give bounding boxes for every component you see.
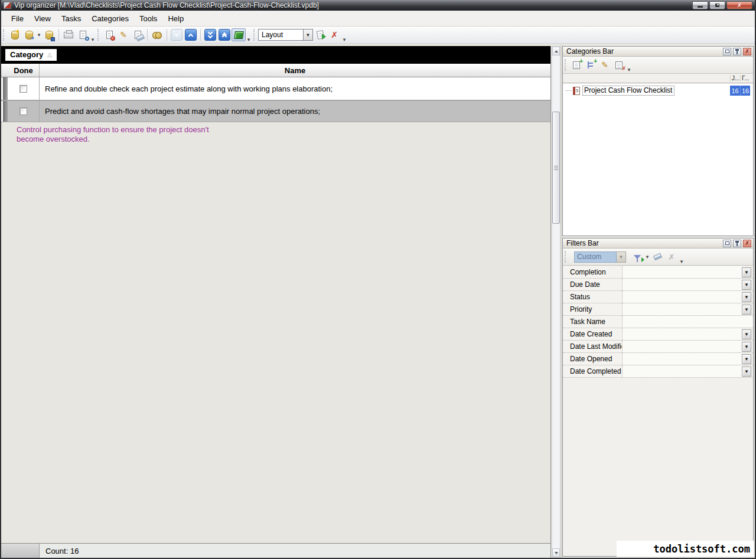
print-preview-icon[interactable] [76, 28, 90, 41]
filter-dropdown-button[interactable]: ▼ [742, 367, 751, 377]
filter-dropdown-button[interactable]: ▼ [742, 267, 751, 277]
filter-dropdown-button[interactable]: ▼ [742, 305, 751, 315]
filters-pin-button[interactable] [733, 240, 741, 247]
scrollbar-thumb[interactable] [552, 112, 560, 224]
filter-value-field[interactable] [623, 316, 753, 328]
print-icon[interactable] [61, 28, 76, 41]
filters-bar-title: Filters Bar [566, 239, 723, 247]
categories-count-column-2[interactable]: Г... [740, 75, 750, 81]
filter-value-field[interactable] [623, 303, 742, 315]
delete-category-icon[interactable]: ✗ [612, 59, 626, 71]
menu-item-categories[interactable]: Categories [86, 12, 134, 25]
add-subcategory-icon[interactable]: + [584, 59, 598, 71]
category-tree-item[interactable]: Project Cash Flow Checklist 16 16 [563, 85, 753, 96]
layout-dropdown-icon[interactable]: ▾ [341, 37, 347, 43]
filter-value-field[interactable] [623, 341, 742, 352]
menu-item-tools[interactable]: Tools [134, 12, 162, 25]
view-dropdown-icon[interactable]: ▾ [246, 37, 252, 43]
category-group-label: Category [10, 50, 43, 59]
menu-item-view[interactable]: View [29, 12, 56, 25]
filters-restore-button[interactable] [723, 240, 731, 247]
categories-pin-button[interactable] [733, 48, 741, 55]
close-button[interactable]: ✗ [726, 1, 752, 9]
task-row[interactable]: Predict and avoid cash-flow shortages th… [1, 101, 550, 122]
apply-filter-icon[interactable] [630, 251, 644, 263]
categories-bar-titlebar: Categories Bar ✗ [563, 47, 753, 57]
filter-dropdown-button[interactable]: ▼ [742, 354, 751, 364]
move-up-icon[interactable] [184, 28, 198, 41]
add-category-icon[interactable]: + [569, 59, 584, 71]
pin-icon [735, 49, 739, 54]
filter-value-field[interactable] [623, 353, 742, 365]
collapse-all-icon[interactable] [217, 28, 232, 41]
filter-preset-dropdown-icon[interactable]: ▼ [617, 251, 626, 263]
scroll-up-button[interactable] [552, 47, 560, 55]
layout-select-dropdown-icon[interactable]: ▼ [303, 29, 313, 41]
done-checkbox[interactable] [19, 107, 27, 115]
move-down-icon[interactable] [170, 28, 184, 41]
toolbar-grip[interactable] [97, 29, 100, 41]
new-database-icon[interactable]: ★ [8, 28, 22, 41]
expand-all-icon[interactable] [203, 28, 217, 41]
find-icon[interactable] [150, 28, 164, 41]
task-row[interactable]: Refine and double check each project est… [1, 77, 550, 100]
filter-value-field[interactable] [623, 328, 742, 340]
apply-layout-icon[interactable] [313, 28, 327, 41]
layout-select-value[interactable]: Layout [258, 29, 303, 41]
minimize-button[interactable] [692, 1, 708, 9]
categories-close-button[interactable]: ✗ [743, 48, 751, 55]
layout-select[interactable]: Layout ▼ [258, 29, 313, 41]
menu-item-help[interactable]: Help [162, 12, 189, 25]
print-dropdown-icon[interactable]: ▾ [90, 37, 96, 43]
close-icon: ✗ [745, 48, 750, 54]
category-group-header[interactable]: Category △ [5, 49, 57, 61]
vertical-scrollbar[interactable] [552, 46, 561, 558]
toolbar-grip[interactable] [565, 59, 568, 71]
filter-dropdown-button[interactable]: ▼ [742, 280, 751, 290]
open-database-icon[interactable]: ➔ [22, 28, 36, 41]
filters-close-button[interactable]: ✗ [743, 240, 751, 247]
sort-ascending-icon: △ [47, 51, 52, 58]
clear-filter-icon[interactable] [650, 251, 664, 263]
delete-task-icon[interactable] [131, 28, 145, 41]
filter-value-field[interactable] [623, 266, 742, 278]
done-checkbox[interactable] [19, 85, 27, 93]
column-header-name[interactable]: Name [40, 64, 550, 77]
filter-preset-select[interactable]: Custom ▼ [574, 251, 626, 263]
scroll-up-icon [555, 50, 558, 53]
categories-tree: Project Cash Flow Checklist 16 16 [563, 84, 753, 236]
filter-value-field[interactable] [623, 365, 742, 377]
filter-dropdown-button[interactable]: ▼ [742, 329, 751, 339]
column-header-done[interactable]: Done [8, 64, 40, 77]
edit-category-icon[interactable]: ✎ [598, 59, 612, 71]
toolbar-grip[interactable] [3, 29, 6, 41]
filter-dropdown-button[interactable]: ▼ [742, 342, 751, 352]
categories-count-column-1[interactable]: J... [730, 75, 740, 81]
menu-item-tasks[interactable]: Tasks [56, 12, 86, 25]
filter-preset-value[interactable]: Custom [574, 251, 617, 263]
apply-filter-dropdown-icon[interactable]: ▾ [644, 254, 650, 260]
app-icon [4, 2, 11, 9]
filter-value-field[interactable] [623, 279, 742, 290]
view-layout-icon[interactable] [232, 28, 246, 41]
delete-filter-icon[interactable]: ✗ [664, 251, 679, 263]
restore-button[interactable] [709, 1, 725, 9]
filters-toolbar-dropdown-icon[interactable]: ▾ [679, 259, 685, 264]
scroll-down-button[interactable] [552, 548, 560, 557]
filter-dropdown-button[interactable]: ▼ [742, 292, 751, 302]
delete-layout-icon[interactable]: ✗ [327, 28, 341, 41]
category-item-label[interactable]: Project Cash Flow Checklist [582, 86, 674, 96]
menu-item-file[interactable]: File [6, 12, 29, 25]
categories-column-headers: J... Г... [563, 74, 753, 83]
edit-task-icon[interactable]: ✎ [116, 28, 131, 41]
save-database-icon[interactable] [42, 28, 56, 41]
filter-value-field[interactable] [623, 291, 742, 303]
filters-bar-panel: Filters Bar ✗ Custom ▼ ▾ [562, 238, 754, 557]
add-task-icon[interactable] [102, 28, 116, 41]
categories-restore-button[interactable] [723, 48, 731, 55]
open-database-dropdown-icon[interactable]: ▾ [36, 32, 42, 38]
categories-toolbar-dropdown-icon[interactable]: ▾ [626, 67, 632, 73]
filter-label: Task Name [563, 316, 623, 328]
toolbar-grip[interactable] [565, 251, 568, 263]
toolbar-grip[interactable] [253, 29, 256, 41]
